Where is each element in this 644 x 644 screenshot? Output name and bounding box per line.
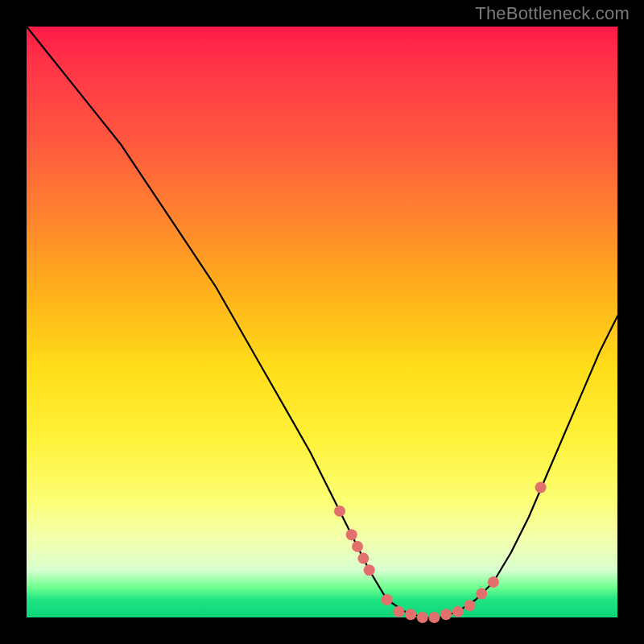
highlight-dot — [452, 606, 464, 617]
highlight-dot — [382, 594, 393, 605]
watermark-text: TheBottleneck.com — [475, 3, 630, 24]
highlight-dot — [429, 612, 440, 623]
chart-svg — [27, 27, 617, 617]
highlight-dot — [488, 576, 499, 588]
chart-frame: TheBottleneck.com — [0, 0, 644, 644]
highlight-dot — [535, 482, 547, 493]
plot-area — [27, 27, 617, 617]
highlight-dot — [357, 553, 369, 564]
highlight-dot — [440, 609, 452, 620]
highlight-dot — [476, 588, 487, 600]
highlighted-points — [334, 482, 547, 624]
highlight-dot — [334, 506, 345, 517]
highlight-dot — [393, 606, 404, 617]
highlight-dot — [364, 564, 375, 576]
highlight-dot — [405, 609, 416, 620]
highlight-dot — [417, 612, 428, 623]
bottleneck-curve — [27, 27, 617, 617]
bottleneck-curve-path — [27, 27, 617, 617]
highlight-dot — [346, 529, 357, 540]
highlight-dot — [464, 600, 476, 611]
highlight-dot — [352, 541, 363, 552]
